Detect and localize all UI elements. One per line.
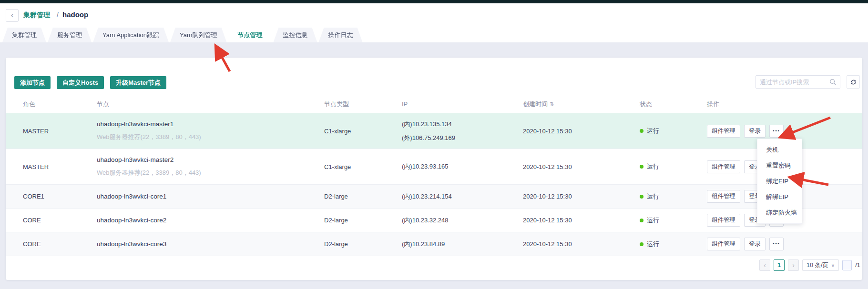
- component-manage-button[interactable]: 组件管理: [707, 160, 740, 173]
- tab-yarn-queue[interactable]: Yarn队列管理: [170, 28, 227, 42]
- col-header-ops: 操作: [707, 95, 719, 113]
- login-button[interactable]: 登录: [744, 238, 766, 250]
- upgrade-master-button[interactable]: 升级Master节点: [110, 76, 166, 89]
- pagination: ‹ 1 › 10 条/页 ∨ /1: [759, 259, 860, 271]
- cell-role: CORE: [23, 232, 41, 256]
- back-button[interactable]: ‹: [6, 9, 19, 22]
- node-name: uhadoop-ln3wvkci-master1: [97, 120, 174, 128]
- page-header: ‹ 集群管理 / hadoop: [0, 3, 868, 27]
- tab-node-management[interactable]: 节点管理: [228, 28, 272, 42]
- component-manage-button[interactable]: 组件管理: [707, 190, 740, 203]
- tab-cluster[interactable]: 集群管理: [2, 28, 46, 42]
- cell-role: MASTER: [23, 113, 49, 149]
- cell-node: uhadoop-ln3wvkci-master2 Web服务器推荐(22，338…: [97, 149, 201, 184]
- more-actions-button[interactable]: •••: [769, 125, 784, 138]
- cell-status: 运行: [640, 232, 659, 256]
- node-name: uhadoop-ln3wvkci-core1: [97, 193, 166, 200]
- component-manage-button[interactable]: 组件管理: [707, 125, 740, 138]
- cell-ip: (内)10.23.214.154: [402, 185, 452, 208]
- table-row-core2: CORE uhadoop-ln3wvkci-core2 D2-large (内)…: [6, 208, 862, 232]
- table-row-core1: CORE1 uhadoop-ln3wvkci-core1 D2-large (内…: [6, 184, 862, 208]
- cell-ip: (内)10.23.93.165: [402, 149, 449, 184]
- node-management-panel: 添加节点 自定义Hosts 升级Master节点 角色 节点 节点类型 IP 创…: [6, 58, 862, 280]
- page-size-value: 10 条/页: [807, 261, 828, 269]
- col-header-node: 节点: [97, 95, 109, 113]
- cell-created: 2020-10-12 15:30: [523, 113, 572, 149]
- refresh-icon: [850, 79, 857, 86]
- cell-node: uhadoop-ln3wvkci-core1: [97, 185, 166, 208]
- search-box: [756, 75, 840, 89]
- cell-node: uhadoop-ln3wvkci-core3: [97, 232, 166, 256]
- status-running-dot: [640, 219, 643, 222]
- cell-ip: (内)10.23.84.89: [402, 232, 445, 256]
- status-running-dot: [640, 242, 643, 246]
- add-node-button[interactable]: 添加节点: [14, 76, 51, 89]
- ip-external: (外)106.75.249.169: [402, 134, 455, 142]
- col-header-status: 状态: [640, 95, 652, 113]
- cell-type: D2-large: [324, 209, 348, 232]
- prev-page-button[interactable]: ‹: [759, 259, 770, 271]
- row-actions-dropdown: 关机 重置密码 绑定EIP 解绑EIP 绑定防火墙: [757, 139, 802, 224]
- more-actions-button[interactable]: •••: [769, 238, 784, 250]
- login-button[interactable]: 登录: [744, 125, 766, 138]
- table-row-core3: CORE uhadoop-ln3wvkci-core3 D2-large (内)…: [6, 232, 862, 256]
- node-subtext: Web服务器推荐(22，3389，80，443): [97, 133, 201, 141]
- page-size-select[interactable]: 10 条/页 ∨: [802, 259, 839, 271]
- cell-actions: 组件管理 登录 •••: [707, 232, 784, 256]
- breadcrumb-cluster-link[interactable]: 集群管理: [23, 11, 50, 20]
- back-chevron-icon: ‹: [11, 10, 14, 20]
- cell-created: 2020-10-12 15:30: [523, 149, 572, 184]
- browser-chrome-strip: [0, 0, 868, 3]
- cell-status: 运行: [640, 149, 659, 184]
- tab-monitor[interactable]: 监控信息: [274, 28, 317, 42]
- breadcrumb-current: hadoop: [62, 10, 88, 19]
- cell-role: CORE1: [23, 185, 44, 208]
- page-jump-input[interactable]: [842, 260, 852, 270]
- chevron-down-icon: ∨: [831, 263, 835, 268]
- sort-icon[interactable]: ⇅: [550, 101, 554, 107]
- menu-item-bind-firewall[interactable]: 绑定防火墙: [757, 205, 802, 220]
- component-manage-button[interactable]: 组件管理: [707, 214, 740, 227]
- table-row-master1: MASTER uhadoop-ln3wvkci-master1 Web服务器推荐…: [6, 113, 862, 149]
- custom-hosts-button[interactable]: 自定义Hosts: [57, 76, 104, 89]
- cell-created: 2020-10-12 15:30: [523, 209, 572, 232]
- node-subtext: Web服务器推荐(22，3389，80，443): [97, 169, 201, 177]
- menu-item-shutdown[interactable]: 关机: [757, 142, 802, 158]
- refresh-button[interactable]: [847, 75, 860, 89]
- cell-role: CORE: [23, 209, 41, 232]
- table-header-row: 角色 节点 节点类型 IP 创建时间 ⇅ 状态 操作: [6, 95, 862, 113]
- page-total: /1: [855, 262, 860, 269]
- status-running-dot: [640, 129, 643, 133]
- cell-type: D2-large: [324, 185, 348, 208]
- tab-yarn-application[interactable]: Yarn Application跟踪: [93, 28, 169, 42]
- status-label: 运行: [647, 216, 659, 225]
- search-icon[interactable]: [829, 79, 836, 85]
- tab-service[interactable]: 服务管理: [48, 28, 92, 42]
- next-page-button[interactable]: ›: [788, 259, 799, 271]
- tab-operation-log[interactable]: 操作日志: [319, 28, 363, 42]
- cell-status: 运行: [640, 185, 659, 208]
- table-row-master2: MASTER uhadoop-ln3wvkci-master2 Web服务器推荐…: [6, 149, 862, 184]
- toolbar: 添加节点 自定义Hosts 升级Master节点: [14, 76, 166, 89]
- cell-created: 2020-10-12 15:30: [523, 185, 572, 208]
- cell-role: MASTER: [23, 149, 49, 184]
- ip-internal: (内)10.23.135.134: [402, 120, 452, 129]
- menu-item-bind-eip[interactable]: 绑定EIP: [757, 173, 802, 189]
- status-running-dot: [640, 165, 643, 169]
- cell-type: C1-xlarge: [324, 113, 351, 149]
- component-manage-button[interactable]: 组件管理: [707, 238, 740, 250]
- cell-created: 2020-10-12 15:30: [523, 232, 572, 256]
- node-table: 角色 节点 节点类型 IP 创建时间 ⇅ 状态 操作 MASTER uhadoo…: [6, 95, 862, 256]
- status-label: 运行: [647, 240, 659, 249]
- menu-item-reset-password[interactable]: 重置密码: [757, 158, 802, 173]
- cell-node: uhadoop-ln3wvkci-master1 Web服务器推荐(22，338…: [97, 113, 201, 149]
- node-name: uhadoop-ln3wvkci-core2: [97, 217, 166, 224]
- cell-type: C1-xlarge: [324, 149, 351, 184]
- status-label: 运行: [647, 192, 659, 201]
- menu-item-unbind-eip[interactable]: 解绑EIP: [757, 189, 802, 205]
- current-page-button[interactable]: 1: [774, 259, 785, 271]
- status-label: 运行: [647, 162, 659, 171]
- col-header-role: 角色: [23, 95, 35, 113]
- search-input[interactable]: [756, 79, 829, 86]
- node-name: uhadoop-ln3wvkci-core3: [97, 240, 166, 248]
